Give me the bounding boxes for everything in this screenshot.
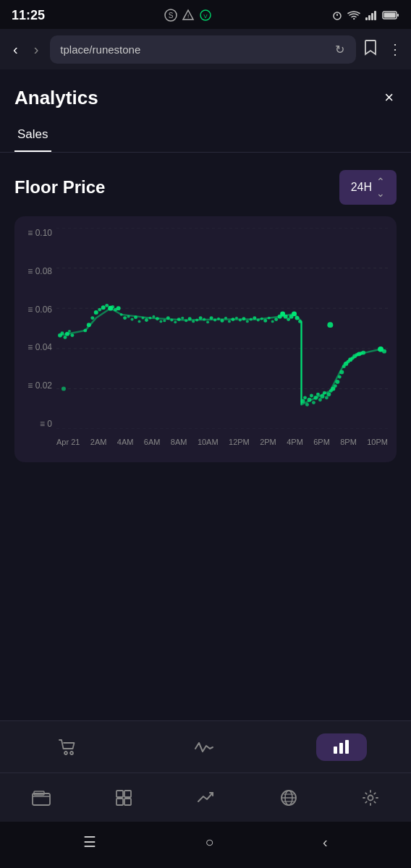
svg-point-80: [271, 320, 274, 323]
svg-rect-7: [365, 17, 368, 20]
data-points-plateau: [120, 313, 279, 323]
svg-rect-10: [374, 11, 376, 20]
x-label-2pm: 2PM: [260, 438, 276, 446]
svg-point-138: [368, 795, 373, 800]
svg-point-91: [303, 396, 307, 399]
reload-button[interactable]: ↻: [334, 41, 346, 58]
bookmark-button[interactable]: [363, 39, 378, 60]
android-back-button[interactable]: ‹: [323, 834, 328, 851]
svg-point-62: [206, 320, 209, 323]
svg-point-31: [98, 308, 101, 312]
svg-point-119: [327, 322, 333, 328]
data-points-early: [58, 330, 74, 391]
x-label-8pm: 8PM: [340, 438, 357, 446]
chart-container: ≡ 0.10 ≡ 0.08 ≡ 0.06 ≡ 0.04 ≡ 0.02 ≡ 0: [14, 216, 397, 462]
nav-activity-button[interactable]: [179, 737, 229, 757]
back-button[interactable]: ‹: [9, 38, 22, 61]
x-label-6pm: 6PM: [313, 438, 330, 446]
svg-rect-129: [116, 791, 123, 797]
svg-rect-13: [384, 13, 395, 18]
floor-price-section: Floor Price 24H ⌃⌄ ≡ 0.10 ≡ 0.08 ≡ 0.06 …: [0, 170, 411, 462]
signal-icon: [365, 10, 378, 20]
nav-trending-button[interactable]: [182, 786, 230, 810]
chart-svg: [56, 228, 388, 429]
chevron-icon: ⌃⌄: [376, 176, 385, 199]
more-button[interactable]: ⋮: [388, 41, 402, 58]
svg-text:!: !: [187, 13, 189, 20]
svg-point-94: [310, 394, 313, 398]
svg-point-29: [90, 316, 94, 320]
chart-area: [56, 228, 388, 429]
browser-actions: ⋮: [363, 39, 402, 60]
nav-settings-button[interactable]: [347, 785, 394, 811]
time-selector-button[interactable]: 24H ⌃⌄: [339, 170, 397, 205]
y-label-000: ≡ 0: [20, 419, 56, 429]
data-points-rising: [83, 304, 120, 332]
svg-point-22: [63, 336, 67, 339]
svg-point-45: [145, 318, 148, 322]
x-label-2am: 2AM: [90, 438, 107, 446]
alert-icon: !: [182, 9, 195, 22]
analytics-bar-icon: [332, 739, 351, 755]
svg-point-24: [68, 330, 71, 333]
svg-point-32: [101, 305, 106, 310]
y-label-006: ≡ 0.06: [20, 305, 56, 315]
browser-bar: ‹ › tplace/runestone ↻ ⋮: [0, 29, 411, 69]
svg-point-30: [94, 310, 98, 315]
svg-text:V: V: [203, 13, 208, 20]
nav-cart-button[interactable]: [44, 736, 92, 759]
svg-rect-132: [124, 799, 131, 805]
svg-text:S: S: [169, 12, 174, 20]
nav-analytics-button[interactable]: [316, 733, 367, 761]
svg-point-101: [325, 396, 329, 399]
trending-icon: [197, 790, 216, 806]
x-label-apr21: Apr 21: [56, 438, 80, 446]
x-label-4pm: 4PM: [287, 438, 303, 446]
svg-point-73: [246, 320, 249, 323]
svg-point-53: [174, 320, 177, 323]
vpn-icon: V: [199, 9, 212, 22]
svg-rect-125: [339, 743, 343, 754]
svg-point-37: [116, 306, 121, 310]
url-text: tplace/runestone: [60, 43, 328, 56]
svg-point-39: [123, 316, 127, 320]
svg-rect-124: [334, 746, 337, 754]
status-time: 11:25: [12, 8, 45, 23]
y-label-004: ≡ 0.04: [20, 342, 56, 352]
svg-point-50: [163, 320, 166, 323]
y-label-008: ≡ 0.08: [20, 266, 56, 276]
x-axis: Apr 21 2AM 4AM 6AM 8AM 10AM 12PM 2PM 4PM…: [56, 433, 388, 451]
analytics-header: Analytics ×: [0, 69, 411, 122]
svg-point-25: [70, 333, 74, 337]
x-label-8am: 8AM: [171, 438, 187, 446]
svg-point-85: [287, 318, 290, 321]
svg-point-78: [263, 319, 267, 323]
svg-point-68: [228, 320, 231, 323]
forward-button[interactable]: ›: [30, 38, 43, 61]
android-home-button[interactable]: ○: [206, 834, 214, 851]
svg-rect-131: [116, 799, 123, 805]
close-button[interactable]: ×: [381, 85, 397, 110]
activity-icon: [194, 740, 214, 754]
floor-price-title: Floor Price: [14, 177, 105, 197]
svg-point-81: [274, 318, 278, 321]
globe-icon: [280, 789, 297, 807]
svg-rect-8: [368, 15, 370, 20]
nav-grid-button[interactable]: [101, 785, 147, 811]
bottom-nav-top: [0, 720, 411, 773]
tabs-container: Sales: [0, 122, 411, 153]
svg-point-49: [159, 320, 162, 323]
tab-sales[interactable]: Sales: [14, 122, 51, 152]
y-label-010: ≡ 0.10: [20, 228, 56, 238]
analytics-title: Analytics: [14, 87, 98, 109]
svg-rect-12: [397, 14, 399, 17]
nav-globe-button[interactable]: [266, 785, 312, 811]
svg-point-123: [70, 752, 73, 754]
nav-wallet-button[interactable]: [17, 786, 65, 810]
wallet-icon: [32, 790, 51, 806]
svg-point-41: [131, 318, 134, 321]
status-bar: 11:25 S ! V: [0, 0, 411, 29]
svg-rect-9: [371, 13, 373, 20]
url-bar[interactable]: tplace/runestone ↻: [50, 35, 356, 64]
android-menu-button[interactable]: ☰: [83, 833, 96, 851]
